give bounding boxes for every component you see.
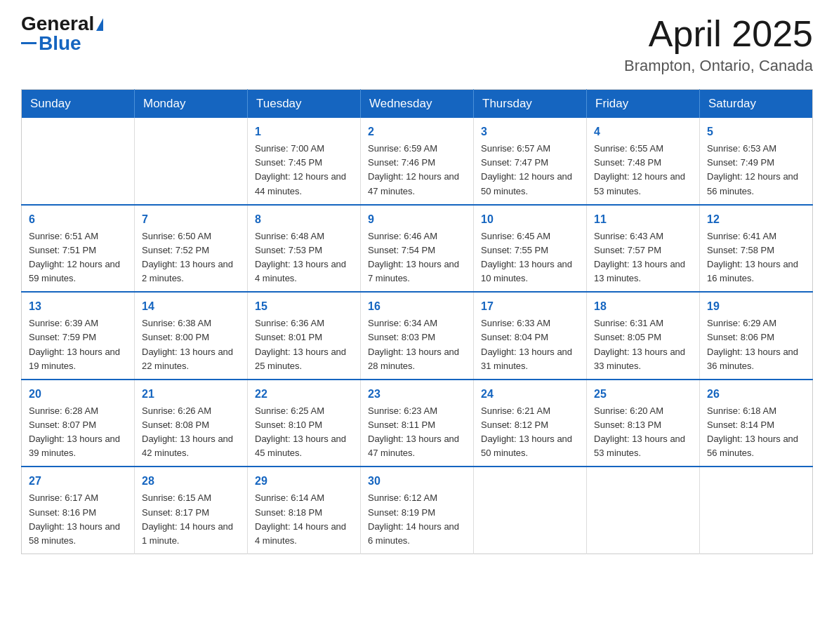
- day-info: Sunrise: 6:34 AM Sunset: 8:03 PM Dayligh…: [368, 316, 466, 373]
- logo-underline-icon: [21, 42, 37, 44]
- calendar-cell: 22Sunrise: 6:25 AM Sunset: 8:10 PM Dayli…: [248, 380, 361, 467]
- logo: General Blue: [21, 14, 103, 53]
- calendar-cell: 30Sunrise: 6:12 AM Sunset: 8:19 PM Dayli…: [361, 467, 474, 554]
- day-number: 7: [142, 211, 240, 228]
- calendar-cell: 8Sunrise: 6:48 AM Sunset: 7:53 PM Daylig…: [248, 205, 361, 293]
- month-title: April 2025: [624, 14, 813, 54]
- day-number: 20: [29, 386, 127, 403]
- calendar-cell: [22, 118, 135, 205]
- day-number: 16: [368, 298, 466, 315]
- day-info: Sunrise: 6:45 AM Sunset: 7:55 PM Dayligh…: [481, 229, 579, 286]
- day-info: Sunrise: 6:25 AM Sunset: 8:10 PM Dayligh…: [255, 404, 353, 461]
- calendar-cell: 25Sunrise: 6:20 AM Sunset: 8:13 PM Dayli…: [587, 380, 700, 467]
- day-number: 23: [368, 386, 466, 403]
- calendar-cell: 12Sunrise: 6:41 AM Sunset: 7:58 PM Dayli…: [700, 205, 813, 293]
- day-number: 26: [707, 386, 805, 403]
- day-info: Sunrise: 6:57 AM Sunset: 7:47 PM Dayligh…: [481, 142, 579, 199]
- weekday-header-sunday: Sunday: [22, 90, 135, 119]
- day-number: 4: [594, 123, 692, 140]
- calendar-cell: 20Sunrise: 6:28 AM Sunset: 8:07 PM Dayli…: [22, 380, 135, 467]
- day-number: 3: [481, 123, 579, 140]
- logo-triangle-icon: [96, 18, 103, 31]
- day-info: Sunrise: 6:39 AM Sunset: 7:59 PM Dayligh…: [29, 316, 127, 373]
- day-info: Sunrise: 6:26 AM Sunset: 8:08 PM Dayligh…: [142, 404, 240, 461]
- calendar-week-row: 20Sunrise: 6:28 AM Sunset: 8:07 PM Dayli…: [22, 380, 813, 467]
- day-number: 2: [368, 123, 466, 140]
- day-info: Sunrise: 6:48 AM Sunset: 7:53 PM Dayligh…: [255, 229, 353, 286]
- title-section: April 2025 Brampton, Ontario, Canada: [624, 14, 813, 75]
- calendar-cell: 19Sunrise: 6:29 AM Sunset: 8:06 PM Dayli…: [700, 292, 813, 380]
- calendar-week-row: 1Sunrise: 7:00 AM Sunset: 7:45 PM Daylig…: [22, 118, 813, 205]
- day-number: 10: [481, 211, 579, 228]
- calendar-cell: 24Sunrise: 6:21 AM Sunset: 8:12 PM Dayli…: [474, 380, 587, 467]
- day-info: Sunrise: 6:12 AM Sunset: 8:19 PM Dayligh…: [368, 491, 466, 548]
- calendar-cell: 10Sunrise: 6:45 AM Sunset: 7:55 PM Dayli…: [474, 205, 587, 293]
- day-info: Sunrise: 6:33 AM Sunset: 8:04 PM Dayligh…: [481, 316, 579, 373]
- day-number: 19: [707, 298, 805, 315]
- day-info: Sunrise: 6:43 AM Sunset: 7:57 PM Dayligh…: [594, 229, 692, 286]
- day-number: 29: [255, 473, 353, 490]
- calendar-cell: 27Sunrise: 6:17 AM Sunset: 8:16 PM Dayli…: [22, 467, 135, 554]
- day-number: 30: [368, 473, 466, 490]
- calendar-cell: 23Sunrise: 6:23 AM Sunset: 8:11 PM Dayli…: [361, 380, 474, 467]
- calendar-cell: 1Sunrise: 7:00 AM Sunset: 7:45 PM Daylig…: [248, 118, 361, 205]
- day-info: Sunrise: 6:53 AM Sunset: 7:49 PM Dayligh…: [707, 142, 805, 199]
- logo-general-text: General: [21, 14, 94, 34]
- location-text: Brampton, Ontario, Canada: [624, 57, 813, 75]
- weekday-header-thursday: Thursday: [474, 90, 587, 119]
- day-info: Sunrise: 6:18 AM Sunset: 8:14 PM Dayligh…: [707, 404, 805, 461]
- day-info: Sunrise: 6:21 AM Sunset: 8:12 PM Dayligh…: [481, 404, 579, 461]
- day-number: 11: [594, 211, 692, 228]
- day-number: 12: [707, 211, 805, 228]
- day-number: 25: [594, 386, 692, 403]
- day-number: 9: [368, 211, 466, 228]
- day-info: Sunrise: 6:51 AM Sunset: 7:51 PM Dayligh…: [29, 229, 127, 286]
- day-info: Sunrise: 6:38 AM Sunset: 8:00 PM Dayligh…: [142, 316, 240, 373]
- day-number: 1: [255, 123, 353, 140]
- weekday-header-tuesday: Tuesday: [248, 90, 361, 119]
- day-info: Sunrise: 6:50 AM Sunset: 7:52 PM Dayligh…: [142, 229, 240, 286]
- calendar-cell: 21Sunrise: 6:26 AM Sunset: 8:08 PM Dayli…: [135, 380, 248, 467]
- day-info: Sunrise: 6:20 AM Sunset: 8:13 PM Dayligh…: [594, 404, 692, 461]
- calendar-cell: 11Sunrise: 6:43 AM Sunset: 7:57 PM Dayli…: [587, 205, 700, 293]
- day-info: Sunrise: 6:14 AM Sunset: 8:18 PM Dayligh…: [255, 491, 353, 548]
- day-info: Sunrise: 6:36 AM Sunset: 8:01 PM Dayligh…: [255, 316, 353, 373]
- calendar-cell: 5Sunrise: 6:53 AM Sunset: 7:49 PM Daylig…: [700, 118, 813, 205]
- day-info: Sunrise: 6:59 AM Sunset: 7:46 PM Dayligh…: [368, 142, 466, 199]
- day-number: 8: [255, 211, 353, 228]
- calendar-cell: 18Sunrise: 6:31 AM Sunset: 8:05 PM Dayli…: [587, 292, 700, 380]
- weekday-header-row: SundayMondayTuesdayWednesdayThursdayFrid…: [22, 90, 813, 119]
- calendar-cell: 7Sunrise: 6:50 AM Sunset: 7:52 PM Daylig…: [135, 205, 248, 293]
- day-number: 24: [481, 386, 579, 403]
- day-info: Sunrise: 6:15 AM Sunset: 8:17 PM Dayligh…: [142, 491, 240, 548]
- calendar-cell: [474, 467, 587, 554]
- calendar-week-row: 27Sunrise: 6:17 AM Sunset: 8:16 PM Dayli…: [22, 467, 813, 554]
- calendar-cell: 29Sunrise: 6:14 AM Sunset: 8:18 PM Dayli…: [248, 467, 361, 554]
- calendar-week-row: 6Sunrise: 6:51 AM Sunset: 7:51 PM Daylig…: [22, 205, 813, 293]
- calendar-week-row: 13Sunrise: 6:39 AM Sunset: 7:59 PM Dayli…: [22, 292, 813, 380]
- weekday-header-saturday: Saturday: [700, 90, 813, 119]
- calendar-cell: 4Sunrise: 6:55 AM Sunset: 7:48 PM Daylig…: [587, 118, 700, 205]
- day-info: Sunrise: 6:55 AM Sunset: 7:48 PM Dayligh…: [594, 142, 692, 199]
- calendar-cell: 16Sunrise: 6:34 AM Sunset: 8:03 PM Dayli…: [361, 292, 474, 380]
- day-info: Sunrise: 6:23 AM Sunset: 8:11 PM Dayligh…: [368, 404, 466, 461]
- day-number: 28: [142, 473, 240, 490]
- calendar-cell: 9Sunrise: 6:46 AM Sunset: 7:54 PM Daylig…: [361, 205, 474, 293]
- day-info: Sunrise: 6:31 AM Sunset: 8:05 PM Dayligh…: [594, 316, 692, 373]
- day-number: 18: [594, 298, 692, 315]
- weekday-header-wednesday: Wednesday: [361, 90, 474, 119]
- page-header: General Blue April 2025 Brampton, Ontari…: [21, 14, 813, 75]
- calendar-cell: 2Sunrise: 6:59 AM Sunset: 7:46 PM Daylig…: [361, 118, 474, 205]
- calendar-cell: 3Sunrise: 6:57 AM Sunset: 7:47 PM Daylig…: [474, 118, 587, 205]
- weekday-header-friday: Friday: [587, 90, 700, 119]
- day-number: 27: [29, 473, 127, 490]
- day-info: Sunrise: 6:41 AM Sunset: 7:58 PM Dayligh…: [707, 229, 805, 286]
- day-number: 15: [255, 298, 353, 315]
- calendar-table: SundayMondayTuesdayWednesdayThursdayFrid…: [21, 89, 813, 554]
- day-info: Sunrise: 7:00 AM Sunset: 7:45 PM Dayligh…: [255, 142, 353, 199]
- day-number: 6: [29, 211, 127, 228]
- weekday-header-monday: Monday: [135, 90, 248, 119]
- calendar-cell: 15Sunrise: 6:36 AM Sunset: 8:01 PM Dayli…: [248, 292, 361, 380]
- calendar-cell: 28Sunrise: 6:15 AM Sunset: 8:17 PM Dayli…: [135, 467, 248, 554]
- day-number: 13: [29, 298, 127, 315]
